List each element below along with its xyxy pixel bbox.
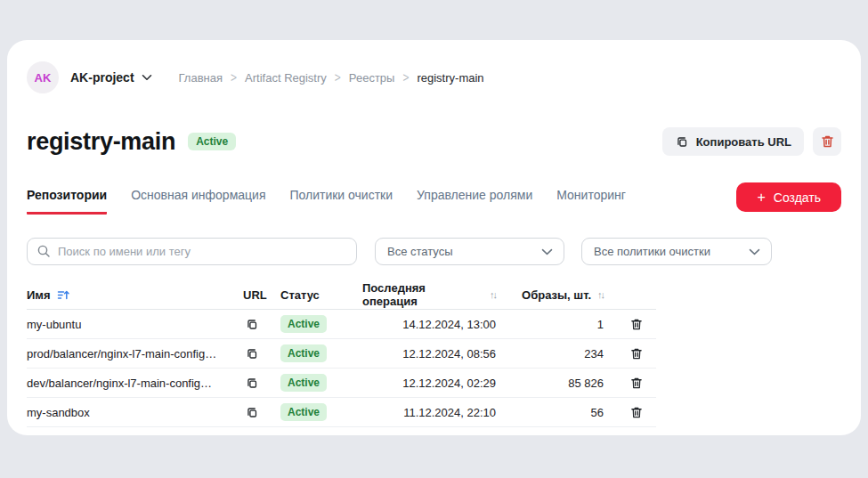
column-header-images-label: Образы, шт.	[522, 288, 591, 302]
status-filter-value: Все статусы	[387, 245, 453, 258]
column-header-last-operation[interactable]: Последняя операция ↑↓	[362, 281, 496, 308]
sort-ascending-icon	[57, 289, 69, 301]
delete-registry-button[interactable]	[813, 127, 841, 156]
breadcrumb-service[interactable]: Artifact Registry	[245, 71, 327, 85]
row-status-badge: Active	[280, 403, 327, 421]
tab-bar: Репозитории Основная информация Политики…	[27, 188, 626, 215]
main-card: AK AK-project Главная > Artifact Registr…	[7, 40, 861, 435]
chevron-down-icon	[749, 248, 760, 255]
column-header-url-label: URL	[243, 288, 267, 302]
repo-name[interactable]: my-sandbox	[27, 406, 243, 419]
copy-url-row-button[interactable]	[243, 375, 260, 392]
column-header-url: URL	[243, 288, 280, 302]
title-actions: Копировать URL	[662, 127, 841, 156]
breadcrumb-separator-icon: >	[335, 69, 341, 85]
chevron-down-icon	[541, 248, 553, 255]
copy-url-label: Копировать URL	[696, 135, 791, 149]
breadcrumb-registries[interactable]: Реестры	[349, 71, 395, 85]
delete-row-button[interactable]	[629, 375, 645, 392]
table-header-row: Имя URL Статус Последняя операция ↑↓ Обр…	[27, 280, 656, 310]
column-header-images[interactable]: Образы, шт. ↑↓	[496, 288, 604, 302]
column-header-last-operation-label: Последняя операция	[362, 281, 483, 308]
row-status-badge: Active	[280, 374, 327, 392]
tab-monitoring[interactable]: Мониторинг	[556, 188, 626, 215]
row-images-count: 234	[496, 347, 604, 361]
column-header-status-label: Статус	[280, 288, 320, 302]
row-images-count: 56	[496, 406, 604, 419]
search-icon	[37, 244, 51, 258]
page-title: registry-main	[27, 128, 175, 156]
row-status-badge: Active	[280, 315, 327, 333]
project-switcher[interactable]: AK-project	[70, 70, 152, 85]
repo-name[interactable]: my-ubuntu	[27, 318, 243, 331]
delete-row-button[interactable]	[629, 316, 645, 333]
top-bar: AK AK-project Главная > Artifact Registr…	[27, 61, 841, 93]
copy-url-row-button[interactable]	[243, 345, 260, 362]
row-images-count: 1	[496, 318, 604, 331]
status-badge: Active	[188, 133, 236, 150]
row-images-count: 85 826	[496, 377, 604, 390]
plus-icon: +	[757, 190, 765, 205]
status-filter-select[interactable]: Все статусы	[375, 238, 564, 265]
repo-name[interactable]: dev/balancer/nginx-l7-main-config…	[27, 377, 243, 390]
column-header-status: Статус	[280, 288, 362, 302]
copy-url-row-button[interactable]	[243, 316, 260, 333]
repo-name[interactable]: prod/balancer/nginx-l7-main-config…	[27, 347, 243, 361]
copy-url-row-button[interactable]	[243, 404, 260, 421]
sort-updown-icon: ↑↓	[597, 289, 604, 300]
row-status-badge: Active	[280, 344, 327, 362]
cleanup-policy-filter-value: Все политики очистки	[594, 245, 710, 258]
chevron-down-icon	[142, 74, 152, 81]
copy-icon	[675, 135, 688, 149]
create-button-label: Создать	[774, 190, 821, 205]
create-button[interactable]: + Создать	[736, 182, 841, 212]
tab-cleanup-policies[interactable]: Политики очистки	[289, 188, 393, 215]
breadcrumb-separator-icon: >	[402, 69, 409, 85]
row-last-operation: 11.12.2024, 22:10	[362, 406, 496, 419]
tab-repositories[interactable]: Репозитории	[27, 188, 107, 215]
project-name: AK-project	[70, 70, 134, 85]
avatar[interactable]: AK	[27, 61, 59, 93]
table-row[interactable]: prod/balancer/nginx-l7-main-config… Acti…	[27, 339, 656, 369]
tab-main-info[interactable]: Основная информация	[131, 188, 265, 215]
row-last-operation: 12.12.2024, 08:56	[362, 347, 496, 361]
repositories-table: Имя URL Статус Последняя операция ↑↓ Обр…	[27, 280, 656, 427]
delete-row-button[interactable]	[629, 345, 645, 362]
row-last-operation: 12.12.2024, 02:29	[362, 377, 496, 390]
breadcrumb: Главная > Artifact Registry > Реестры > …	[179, 71, 484, 85]
filters-row: Все статусы Все политики очистки	[27, 238, 841, 265]
table-row[interactable]: my-sandbox Active 11.12.2024, 22:10 56	[27, 398, 656, 427]
tabs-row: Репозитории Основная информация Политики…	[27, 182, 841, 219]
row-last-operation: 14.12.2024, 13:00	[362, 318, 496, 331]
table-row[interactable]: my-ubuntu Active 14.12.2024, 13:00 1	[27, 310, 656, 339]
table-row[interactable]: dev/balancer/nginx-l7-main-config… Activ…	[27, 369, 656, 398]
cleanup-policy-filter-select[interactable]: Все политики очистки	[581, 238, 772, 265]
trash-icon	[821, 134, 834, 149]
search-box	[27, 238, 357, 265]
breadcrumb-current: registry-main	[417, 71, 483, 85]
column-header-name[interactable]: Имя	[27, 288, 243, 302]
tab-role-management[interactable]: Управление ролями	[417, 188, 532, 215]
sort-updown-icon: ↑↓	[490, 289, 496, 300]
search-input[interactable]	[27, 238, 357, 265]
breadcrumb-home[interactable]: Главная	[179, 71, 223, 85]
breadcrumb-separator-icon: >	[231, 69, 237, 85]
column-header-name-label: Имя	[27, 288, 51, 302]
title-row: registry-main Active Копировать URL	[27, 126, 841, 158]
copy-url-button[interactable]: Копировать URL	[662, 127, 804, 156]
delete-row-button[interactable]	[629, 404, 645, 421]
